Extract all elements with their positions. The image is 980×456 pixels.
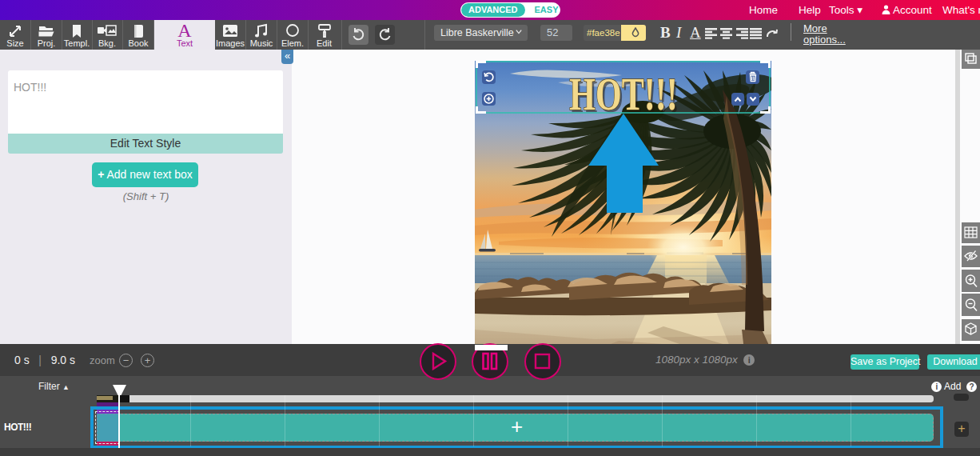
svg-text:HOT!!!: HOT!!! xyxy=(569,70,677,119)
